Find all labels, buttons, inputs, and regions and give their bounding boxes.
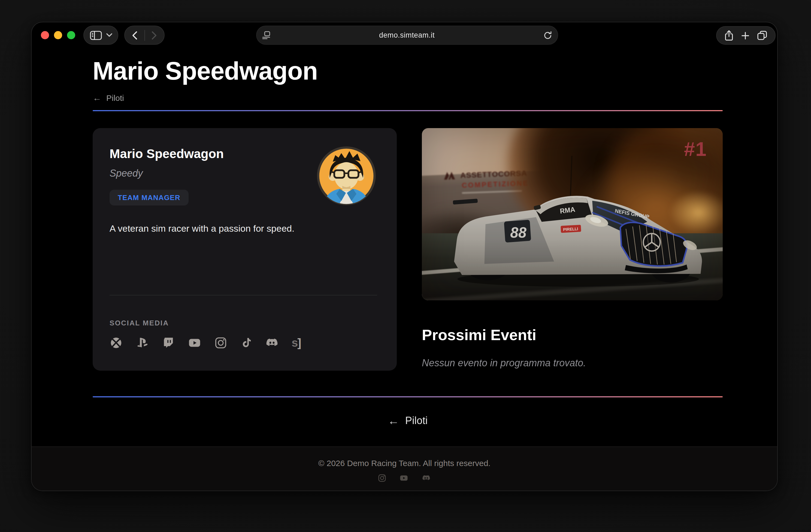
back-to-piloti-link[interactable]: ← Piloti xyxy=(93,92,723,104)
left-arrow-icon: ← xyxy=(93,93,102,102)
close-window-button[interactable] xyxy=(41,31,49,39)
bottom-back-label: Piloti xyxy=(405,415,428,427)
driver-bio: A veteran sim racer with a passion for s… xyxy=(109,224,377,234)
gradient-divider-top xyxy=(93,110,723,111)
xbox-icon[interactable] xyxy=(109,336,123,349)
instagram-icon[interactable] xyxy=(214,336,227,349)
bottom-back-to-piloti-link[interactable]: ← Piloti xyxy=(93,414,723,427)
youtube-icon[interactable] xyxy=(399,474,409,482)
new-tab-icon[interactable] xyxy=(741,31,749,40)
left-arrow-icon: ← xyxy=(388,414,399,427)
simgrid-icon[interactable]: s] xyxy=(292,336,301,349)
right-column: ASSETTOCORSA COMPETIZIONE xyxy=(422,128,723,371)
hero-photo: ASSETTOCORSA COMPETIZIONE xyxy=(422,128,723,300)
page-title: Mario Speedwagon xyxy=(93,57,723,85)
youtube-icon[interactable] xyxy=(187,336,202,349)
footer-social-links xyxy=(32,474,777,482)
tiktok-icon[interactable] xyxy=(240,336,253,349)
events-heading: Prossimi Eventi xyxy=(422,326,723,344)
card-divider xyxy=(109,295,377,295)
content-grid: Mario Speedwagon Speedy TEAM MANAGER A v… xyxy=(93,128,723,371)
discord-icon[interactable] xyxy=(265,336,279,349)
gradient-divider-bottom xyxy=(93,396,723,397)
copyright-text: © 2026 Demo Racing Team. All rights rese… xyxy=(32,447,777,468)
social-media-links: s] xyxy=(109,336,377,349)
desktop: demo.simteam.it xyxy=(0,0,811,532)
driver-profile-card: Mario Speedwagon Speedy TEAM MANAGER A v… xyxy=(93,128,397,371)
zoom-window-button[interactable] xyxy=(67,31,75,39)
photo-vignette xyxy=(422,128,723,300)
twitch-icon[interactable] xyxy=(162,336,175,349)
avatar xyxy=(316,146,377,206)
window-controls xyxy=(41,31,75,39)
instagram-icon[interactable] xyxy=(378,474,386,482)
playstation-icon[interactable] xyxy=(135,336,149,349)
minimize-window-button[interactable] xyxy=(54,31,62,39)
page-content: Mario Speedwagon ← Piloti Mario Speedwag… xyxy=(93,22,723,427)
browser-window: demo.simteam.it xyxy=(31,22,778,491)
back-link-label: Piloti xyxy=(106,92,124,104)
events-empty-message: Nessun evento in programma trovato. xyxy=(422,358,723,369)
discord-icon[interactable] xyxy=(421,474,431,482)
share-icon[interactable] xyxy=(724,30,734,41)
role-badge: TEAM MANAGER xyxy=(109,190,188,206)
site-footer: © 2026 Demo Racing Team. All rights rese… xyxy=(32,446,777,490)
toolbar-actions xyxy=(716,26,776,45)
social-media-heading: SOCIAL MEDIA xyxy=(109,319,377,327)
tab-overview-icon[interactable] xyxy=(757,31,767,40)
